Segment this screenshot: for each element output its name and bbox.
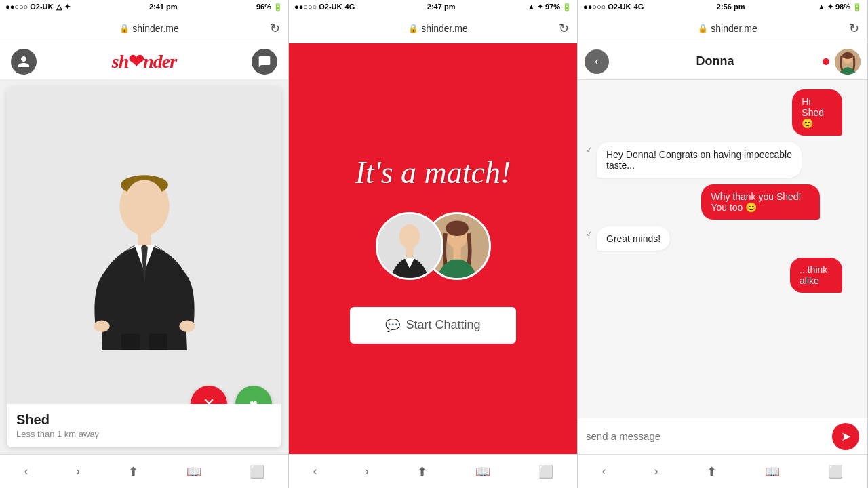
signal-1: △ (56, 3, 62, 12)
chat-header: ‹ Donna (578, 43, 867, 80)
start-chatting-button[interactable]: 💬 Start Chatting (350, 307, 515, 344)
carrier-3: ●●○○○ O2-UK (583, 3, 631, 11)
time-3: 2:56 pm (717, 3, 745, 11)
url-text-1: shinder.me (132, 23, 178, 34)
back-nav-3[interactable]: ‹ (597, 459, 612, 484)
message-great-minds: Great minds! (597, 226, 670, 251)
dislike-button[interactable]: ✕ (191, 386, 227, 404)
profile-image: ✕ ♥ (7, 87, 281, 404)
status-bar-3: ●●○○○ O2-UK 4G 2:56 pm ▲ ✦ 98% 🔋 (578, 0, 867, 14)
start-chatting-label: Start Chatting (406, 318, 480, 332)
tabs-nav-2[interactable]: ⬜ (533, 459, 559, 485)
signal-icon-2: ▲ (528, 3, 535, 11)
battery-1: 96% (256, 3, 271, 11)
action-buttons: ✕ ♥ (191, 386, 272, 404)
carrier-1: ●●○○○ O2-UK (5, 3, 54, 11)
battery-3: 98% (835, 3, 850, 11)
lock-icon-3: 🔒 (698, 24, 708, 33)
message-hey-donna: Hey Donna! Congrats on having impeccable… (597, 142, 802, 178)
match-avatars (376, 212, 491, 280)
refresh-button-3[interactable]: ↻ (849, 21, 859, 36)
like-button[interactable]: ♥ (235, 386, 272, 404)
status-right-1: 96% 🔋 (256, 3, 283, 12)
chat-input-area: ➤ (578, 418, 867, 454)
contact-name: Donna (614, 54, 816, 68)
battery-2: 97% (545, 3, 560, 11)
forward-nav-1[interactable]: › (71, 459, 85, 484)
network-2: 4G (345, 3, 355, 11)
browser-bar-1: 🔒 shinder.me ↻ (0, 14, 288, 43)
svg-point-10 (399, 224, 419, 249)
forward-nav-2[interactable]: › (359, 459, 374, 484)
status-bar-1: ●●○○○ O2-UK △ ✦ 2:41 pm 96% 🔋 (0, 0, 288, 14)
back-nav-2[interactable]: ‹ (307, 459, 322, 484)
url-bar-2: 🔒 shinder.me (317, 23, 559, 34)
battery-icon-2: 🔋 (562, 3, 572, 12)
bookmarks-nav-1[interactable]: 📖 (181, 459, 207, 485)
chat-icon: 💬 (385, 318, 400, 333)
check-icon-2: ✓ (586, 229, 593, 239)
message-input[interactable] (586, 430, 825, 442)
bookmarks-nav-2[interactable]: 📖 (470, 459, 496, 485)
svg-point-6 (179, 320, 195, 331)
network-3: 4G (634, 3, 644, 11)
url-bar-1: 🔒 shinder.me (28, 23, 270, 34)
avatar-person1 (376, 212, 443, 280)
phone-1: ●●○○○ O2-UK △ ✦ 2:41 pm 96% 🔋 🔒 shinder.… (0, 0, 289, 488)
profile-info: Shed Less than 1 km away (7, 404, 281, 447)
match-title-text: It's a match! (355, 155, 511, 190)
message-why-thank-you: Why thank you Shed! You too 😊 (701, 184, 819, 220)
match-title: It's a match! (355, 154, 511, 191)
share-nav-2[interactable]: ⬆ (412, 459, 433, 485)
status-bar-2: ●●○○○ O2-UK 4G 2:47 pm ▲ ✦ 97% 🔋 (289, 0, 577, 14)
browser-bar-3: 🔒 shinder.me ↻ (578, 14, 867, 43)
share-nav-3[interactable]: ⬆ (701, 459, 722, 485)
message-hey-donna-container: ✓ Hey Donna! Congrats on having impeccab… (586, 142, 859, 178)
send-button[interactable]: ➤ (832, 423, 859, 450)
carrier-2: ●●○○○ O2-UK (294, 3, 342, 11)
refresh-button-1[interactable]: ↻ (270, 21, 280, 36)
bookmarks-nav-3[interactable]: 📖 (760, 459, 785, 485)
lock-icon-2: 🔒 (408, 24, 418, 33)
match-content: It's a match! (289, 43, 577, 454)
share-nav-1[interactable]: ⬆ (123, 459, 144, 485)
browser-bar-2: 🔒 shinder.me ↻ (289, 14, 577, 43)
svg-point-5 (94, 320, 109, 331)
app-logo: sh❤nder (112, 50, 176, 73)
bottom-nav-1: ‹ › ⬆ 📖 ⬜ (0, 454, 288, 488)
svg-rect-7 (121, 334, 140, 350)
svg-rect-8 (149, 334, 167, 350)
svg-point-3 (124, 180, 163, 226)
status-left-3: ●●○○○ O2-UK 4G (583, 3, 644, 11)
bottom-nav-2: ‹ › ⬆ 📖 ⬜ (289, 454, 577, 488)
tabs-nav-3[interactable]: ⬜ (823, 459, 848, 485)
phone-3: ●●○○○ O2-UK 4G 2:56 pm ▲ ✦ 98% 🔋 🔒 shind… (578, 0, 868, 488)
status-left-1: ●●○○○ O2-UK △ ✦ (5, 3, 71, 12)
check-icon-1: ✓ (586, 145, 593, 155)
messages-area: Hi Shed 😊 ✓ Hey Donna! Congrats on havin… (578, 80, 867, 418)
back-nav-1[interactable]: ‹ (18, 459, 33, 484)
forward-nav-3[interactable]: › (649, 459, 664, 484)
profile-card: ✕ ♥ Shed Less than 1 km away (7, 87, 281, 447)
message-great-minds-container: ✓ Great minds! (586, 226, 859, 251)
send-icon: ➤ (841, 429, 851, 444)
svg-rect-15 (453, 247, 460, 259)
profile-distance: Less than 1 km away (16, 429, 272, 439)
online-indicator (823, 58, 829, 65)
lock-icon-1: 🔒 (119, 24, 130, 33)
time-2: 2:47 pm (427, 3, 456, 11)
signal-icon-3: ▲ (818, 3, 825, 11)
message-think-alike: ...think alike (790, 258, 842, 293)
back-button[interactable]: ‹ (585, 49, 609, 74)
tabs-nav-1[interactable]: ⬜ (244, 459, 270, 485)
message-hi-shed: Hi Shed 😊 (792, 89, 842, 136)
time-1: 2:41 pm (149, 3, 178, 11)
profile-icon[interactable] (11, 49, 37, 75)
battery-icon-3: 🔋 (852, 3, 862, 12)
url-text-3: shinder.me (711, 23, 757, 34)
messages-icon[interactable] (252, 49, 277, 75)
svg-rect-11 (406, 247, 413, 257)
refresh-button-2[interactable]: ↻ (559, 21, 569, 36)
bluetooth-icon-3: ✦ (827, 3, 833, 12)
url-text-2: shinder.me (421, 23, 467, 34)
